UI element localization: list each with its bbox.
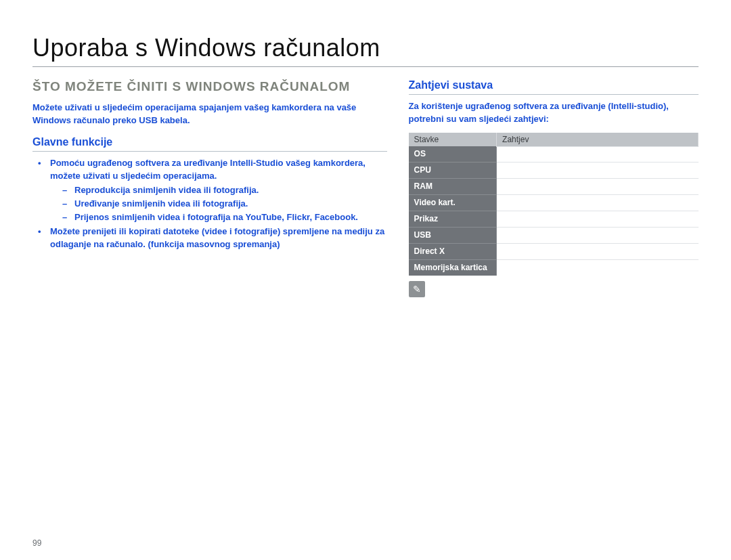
- req-val: [497, 146, 699, 163]
- left-column: ŠTO MOŽETE ČINITI S WINDOWS RAČUNALOM Mo…: [32, 79, 387, 297]
- section-heading: ŠTO MOŽETE ČINITI S WINDOWS RAČUNALOM: [32, 79, 387, 95]
- table-row: Prikaz: [409, 211, 699, 228]
- page-title: Uporaba s Windows računalom: [32, 34, 699, 62]
- note-icon: ✎: [409, 281, 425, 297]
- sublist: Reprodukcija snimljenih videa ili fotogr…: [50, 184, 387, 224]
- req-val: [497, 163, 699, 179]
- req-val: [497, 211, 699, 228]
- page-number: 99: [32, 538, 41, 548]
- list-item: Možete prenijeti ili kopirati datoteke (…: [38, 225, 387, 251]
- req-key: RAM: [409, 179, 497, 195]
- table-row: Memorijska kartica: [409, 260, 699, 276]
- req-val: [497, 195, 699, 211]
- title-rule: [32, 66, 699, 67]
- requirements-table: Stavke Zahtjev OS CPU RAM Video kart. Pr…: [409, 133, 699, 276]
- intro-text: Možete uživati u sljedećim operacijama s…: [32, 102, 387, 127]
- table-row: Direct X: [409, 244, 699, 260]
- list-item: Prijenos snimljenih videa i fotografija …: [62, 211, 387, 224]
- subsection-title: Glavne funkcije: [32, 136, 387, 152]
- requirements-title: Zahtjevi sustava: [409, 79, 699, 95]
- req-val: [497, 244, 699, 260]
- list-item: Pomoću ugrađenog softvera za uređivanje …: [38, 157, 387, 223]
- table-header: Stavke: [409, 133, 497, 147]
- feature-list: Pomoću ugrađenog softvera za uređivanje …: [32, 157, 387, 251]
- req-val: [497, 179, 699, 195]
- req-val: [497, 228, 699, 244]
- req-key: CPU: [409, 163, 497, 179]
- req-key: OS: [409, 146, 497, 163]
- req-key: Memorijska kartica: [409, 260, 497, 276]
- table-header: Zahtjev: [497, 133, 699, 147]
- table-row: Video kart.: [409, 195, 699, 211]
- table-row: USB: [409, 228, 699, 244]
- req-key: Prikaz: [409, 211, 497, 228]
- requirements-intro: Za korištenje ugrađenog softvera za uređ…: [409, 100, 699, 126]
- req-key: USB: [409, 228, 497, 244]
- table-row: RAM: [409, 179, 699, 195]
- list-text: Pomoću ugrađenog softvera za uređivanje …: [50, 158, 366, 181]
- req-key: Direct X: [409, 244, 497, 260]
- list-item: Uređivanje snimljenih videa ili fotograf…: [62, 198, 387, 211]
- req-key: Video kart.: [409, 195, 497, 211]
- req-val: [497, 260, 699, 276]
- table-row: OS: [409, 146, 699, 163]
- list-item: Reprodukcija snimljenih videa ili fotogr…: [62, 184, 387, 197]
- table-row: CPU: [409, 163, 699, 179]
- right-column: Zahtjevi sustava Za korištenje ugrađenog…: [409, 79, 699, 297]
